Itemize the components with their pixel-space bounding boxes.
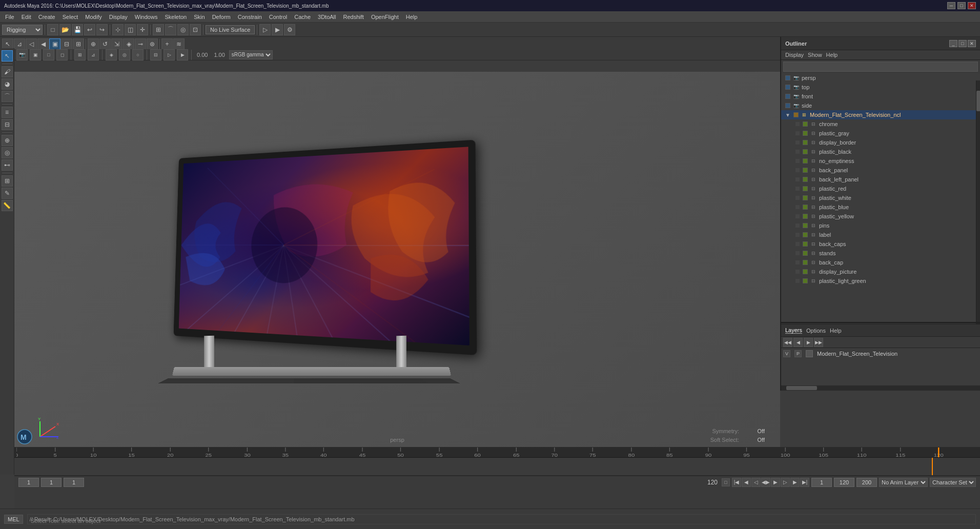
menu-3dtoall[interactable]: 3DtoAll xyxy=(315,13,339,21)
outliner-item-persp[interactable]: 📷 persp xyxy=(781,73,980,83)
vp-xray-btn[interactable]: ◻ xyxy=(56,49,68,60)
next-key-btn[interactable]: ▷ xyxy=(781,478,790,487)
outliner-item-display-border[interactable]: ⊟ display_border xyxy=(781,138,980,147)
outliner-item-no-emptiness[interactable]: ⊟ no_emptiness xyxy=(781,156,980,166)
snap-view-btn[interactable]: ⊡ xyxy=(190,24,201,35)
outliner-item-plastic-yellow[interactable]: ⊟ plastic_yellow xyxy=(781,212,980,221)
last-tool-t2[interactable]: ◈ xyxy=(123,38,134,50)
outliner-close[interactable]: ✕ xyxy=(968,40,976,47)
range-start-input[interactable] xyxy=(18,478,39,487)
snap-grid-btn[interactable]: ⊞ xyxy=(153,24,164,35)
hier-btn[interactable]: ⊞ xyxy=(73,38,84,50)
save-scene-btn[interactable]: 💾 xyxy=(72,24,83,35)
measure-btn[interactable]: 📏 xyxy=(2,200,13,211)
render-view-btn[interactable]: ▷ xyxy=(259,24,271,35)
snap-curve-btn[interactable]: ⌒ xyxy=(165,24,176,35)
scale-tool-t2[interactable]: ⇲ xyxy=(111,38,122,50)
outliner-item-plastic-white[interactable]: ⊟ plastic_white xyxy=(781,193,980,202)
outliner-item-stands[interactable]: ⊟ stands xyxy=(781,249,980,258)
snap-live-btn[interactable]: ≋ xyxy=(173,38,185,50)
layers-tab[interactable]: Layers xyxy=(785,327,802,334)
vp-shaded-btn[interactable]: ▣ xyxy=(30,49,41,60)
timeline-ruler[interactable]: 0 5 10 15 20 25 30 35 40 45 50 55 60 xyxy=(14,447,980,458)
obj-sel-btn[interactable]: ▣ xyxy=(49,38,60,50)
menu-redshift[interactable]: Redshift xyxy=(340,13,367,21)
axis-orient-tool[interactable]: ⊷ xyxy=(2,159,13,171)
frame-display-toggle[interactable]: □ xyxy=(722,478,730,486)
goto-start-btn[interactable]: |◀ xyxy=(732,478,741,487)
minimize-button[interactable]: ─ xyxy=(947,2,955,9)
annotation-btn[interactable]: ✎ xyxy=(2,188,13,199)
outliner-item-top[interactable]: 📷 top xyxy=(781,83,980,92)
select-tool[interactable]: ↖ xyxy=(2,50,13,62)
prev-frame-btn[interactable]: ◀ xyxy=(742,478,751,487)
outliner-item-side[interactable]: 📷 side xyxy=(781,101,980,110)
outliner-item-main-group[interactable]: ▼ ⊞ Modern_Flat_Screen_Television_ncl xyxy=(781,110,980,119)
menu-display[interactable]: Display xyxy=(106,13,131,21)
create-curve-tool[interactable]: ⌒ xyxy=(2,91,13,102)
layers-help-tab[interactable]: Help xyxy=(830,328,842,334)
no-live-surface-btn[interactable]: No Live Surface xyxy=(206,25,255,34)
outliner-item-plastic-black[interactable]: ⊟ plastic_black xyxy=(781,147,980,156)
outliner-search-input[interactable] xyxy=(783,62,978,72)
menu-create[interactable]: Create xyxy=(35,13,58,21)
layers-next-btn[interactable]: ▶▶ xyxy=(814,338,823,347)
ipr-btn[interactable]: ▶ xyxy=(272,24,283,35)
layer-v-button[interactable]: V xyxy=(783,350,790,357)
menu-file[interactable]: File xyxy=(2,13,17,21)
outliner-item-back-panel[interactable]: ⊟ back_panel xyxy=(781,166,980,175)
outliner-item-display-picture[interactable]: ⊟ display_picture xyxy=(781,267,980,276)
outliner-item-back-caps[interactable]: ⊟ back_caps xyxy=(781,239,980,249)
next-frame-btn[interactable]: ▶ xyxy=(790,478,800,487)
layers-back-btn[interactable]: ◀ xyxy=(793,338,803,347)
result-input[interactable]: // Result: C:/Users/MOLEX/Desktop/Modern… xyxy=(27,514,976,524)
menu-edit[interactable]: Edit xyxy=(18,13,34,21)
outliner-show-tab[interactable]: Show xyxy=(808,52,822,58)
mode-selector[interactable]: Rigging Animation Modeling xyxy=(2,25,43,35)
play-back-btn[interactable]: ◀▶ xyxy=(761,478,770,487)
vp-wire-btn[interactable]: □ xyxy=(43,49,54,60)
prev-key-btn[interactable]: ◁ xyxy=(751,478,761,487)
undo-btn[interactable]: ↩ xyxy=(84,24,95,35)
timeline-track[interactable] xyxy=(14,458,980,476)
menu-control[interactable]: Control xyxy=(266,13,290,21)
move-tool-t2[interactable]: ⊕ xyxy=(88,38,99,50)
menu-modify[interactable]: Modify xyxy=(82,13,105,21)
outliner-minimize[interactable]: _ xyxy=(949,40,957,47)
character-set-select[interactable]: Character Set xyxy=(930,478,976,487)
layers-fwd-btn[interactable]: ▶ xyxy=(804,338,813,347)
playback-end-input[interactable] xyxy=(834,478,854,487)
layer-color-swatch[interactable] xyxy=(806,350,813,357)
menu-windows[interactable]: Windows xyxy=(132,13,161,21)
outliner-item-front[interactable]: 📷 front xyxy=(781,92,980,101)
menu-cache[interactable]: Cache xyxy=(291,13,314,21)
grid-btn[interactable]: ⊞ xyxy=(2,175,13,187)
snap-point-btn[interactable]: ◎ xyxy=(177,24,189,35)
vp-heads-up-btn[interactable]: ⊿ xyxy=(88,49,99,60)
outliner-item-back-left-panel[interactable]: ⊟ back_left_panel xyxy=(781,175,980,184)
range-end-display[interactable] xyxy=(64,478,84,487)
close-button[interactable]: ✕ xyxy=(968,2,976,9)
comp-sel-btn[interactable]: ⊟ xyxy=(61,38,72,50)
new-scene-btn[interactable]: □ xyxy=(47,24,58,35)
paint-btn[interactable]: ⊿ xyxy=(14,38,25,50)
layers-h-scrollbar[interactable] xyxy=(781,385,980,391)
outliner-scrollbar[interactable] xyxy=(976,80,980,324)
outliner-item-plastic-blue[interactable]: ⊟ plastic_blue xyxy=(781,202,980,212)
anim-layer-select[interactable]: No Anim Layer xyxy=(879,478,928,487)
open-scene-btn[interactable]: 📂 xyxy=(59,24,71,35)
transform-tool[interactable]: ⊕ xyxy=(2,135,13,146)
maximize-button[interactable]: □ xyxy=(957,2,966,9)
plus-btn[interactable]: + xyxy=(161,38,173,50)
sculpt-tool[interactable]: ◕ xyxy=(2,78,13,90)
vp-isolate-btn[interactable]: ◎ xyxy=(119,49,130,60)
paint-skin-tool[interactable]: 🖌 xyxy=(2,66,13,77)
outliner-maximize[interactable]: □ xyxy=(958,40,967,47)
total-end-input[interactable] xyxy=(856,478,877,487)
camera-icon[interactable]: 📷 xyxy=(16,49,28,60)
menu-help[interactable]: Help xyxy=(403,13,421,21)
outliner-item-plastic-red[interactable]: ⊟ plastic_red xyxy=(781,184,980,193)
curve-pt-btn[interactable]: ◁ xyxy=(26,38,37,50)
gamma-select[interactable]: sRGB gamma xyxy=(229,50,273,59)
playback-start-input[interactable] xyxy=(811,478,832,487)
